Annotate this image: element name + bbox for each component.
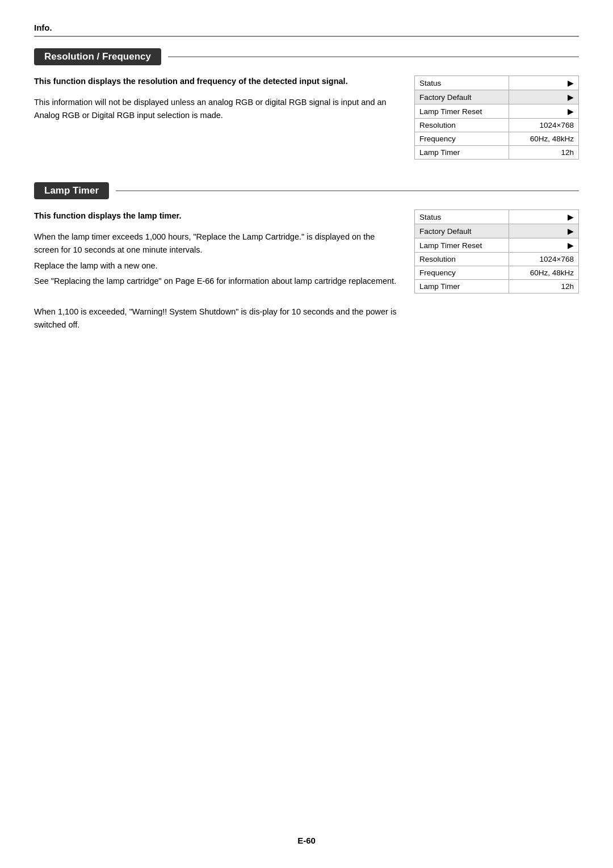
table-row: Lamp Timer Reset▶ bbox=[415, 238, 579, 253]
table-cell-value: ▶ bbox=[509, 224, 579, 238]
table-cell-label: Resolution bbox=[415, 253, 509, 266]
section2-heading-wrapper: Lamp Timer bbox=[34, 182, 579, 199]
table-row: Lamp Timer Reset▶ bbox=[415, 104, 579, 119]
section2-body-line: When the lamp timer exceeds 1,000 hours,… bbox=[34, 230, 397, 257]
table-cell-label: Lamp Timer bbox=[415, 280, 509, 293]
section2-table: Status▶Factory Default▶Lamp Timer Reset▶… bbox=[414, 209, 579, 293]
table-cell-value: ▶ bbox=[509, 238, 579, 253]
table-cell-value: 60Hz, 48kHz bbox=[509, 266, 579, 280]
section1-content: This function displays the resolution an… bbox=[34, 76, 579, 160]
table-cell-label: Frequency bbox=[415, 132, 509, 146]
table-cell-label: Lamp Timer bbox=[415, 146, 509, 160]
table-cell-value: 12h bbox=[509, 280, 579, 293]
table-cell-label: Factory Default bbox=[415, 90, 509, 104]
section2-body-line: Replace the lamp with a new one. bbox=[34, 259, 397, 272]
section1-heading: Resolution / Frequency bbox=[34, 48, 161, 65]
section2-body-line: When 1,100 is exceeded, "Warning!! Syste… bbox=[34, 305, 397, 332]
section1-intro-bold: This function displays the resolution an… bbox=[34, 76, 397, 88]
top-rule bbox=[34, 36, 579, 37]
section2-content: This function displays the lamp timer. W… bbox=[34, 209, 579, 334]
table-row: Status▶ bbox=[415, 210, 579, 224]
table-cell-value: ▶ bbox=[509, 76, 579, 90]
page-container: Info. Resolution / Frequency This functi… bbox=[0, 0, 613, 868]
table-cell-value: 1024×768 bbox=[509, 253, 579, 266]
section1-heading-wrapper: Resolution / Frequency bbox=[34, 48, 579, 65]
table-cell-value: ▶ bbox=[509, 210, 579, 224]
table-cell-label: Factory Default bbox=[415, 224, 509, 238]
section1-text: This function displays the resolution an… bbox=[34, 76, 397, 160]
section2-heading: Lamp Timer bbox=[34, 182, 109, 199]
table-row: Resolution1024×768 bbox=[415, 253, 579, 266]
section1-heading-line bbox=[168, 56, 579, 57]
table-cell-value: 12h bbox=[509, 146, 579, 160]
table-cell-label: Resolution bbox=[415, 119, 509, 132]
table-row: Lamp Timer12h bbox=[415, 146, 579, 160]
section2-body-line: See "Replacing the lamp cartridge" on Pa… bbox=[34, 275, 397, 288]
table-cell-label: Status bbox=[415, 76, 509, 90]
table-cell-label: Lamp Timer Reset bbox=[415, 238, 509, 253]
section2-heading-line bbox=[116, 190, 579, 191]
table-cell-value: ▶ bbox=[509, 90, 579, 104]
section2-text: This function displays the lamp timer. W… bbox=[34, 209, 397, 334]
table-cell-label: Lamp Timer Reset bbox=[415, 104, 509, 119]
table-cell-label: Frequency bbox=[415, 266, 509, 280]
section1-table: Status▶Factory Default▶Lamp Timer Reset▶… bbox=[414, 76, 579, 160]
table-row: Factory Default▶ bbox=[415, 90, 579, 104]
table-cell-value: 1024×768 bbox=[509, 119, 579, 132]
section2-intro-bold: This function displays the lamp timer. bbox=[34, 209, 397, 223]
table-row: Resolution1024×768 bbox=[415, 119, 579, 132]
table-row: Frequency60Hz, 48kHz bbox=[415, 266, 579, 280]
page-number: E-60 bbox=[297, 836, 316, 845]
section2-body-line bbox=[34, 290, 397, 303]
table-cell-label: Status bbox=[415, 210, 509, 224]
info-label: Info. bbox=[34, 23, 579, 32]
page-footer: E-60 bbox=[0, 836, 613, 845]
section1-body: This information will not be displayed u… bbox=[34, 96, 397, 122]
table-row: Factory Default▶ bbox=[415, 224, 579, 238]
section1-table-wrapper: Status▶Factory Default▶Lamp Timer Reset▶… bbox=[414, 76, 579, 160]
section2-table-wrapper: Status▶Factory Default▶Lamp Timer Reset▶… bbox=[414, 209, 579, 334]
section2-body: When the lamp timer exceeds 1,000 hours,… bbox=[34, 230, 397, 332]
table-cell-value: ▶ bbox=[509, 104, 579, 119]
table-row: Lamp Timer12h bbox=[415, 280, 579, 293]
table-row: Frequency60Hz, 48kHz bbox=[415, 132, 579, 146]
table-cell-value: 60Hz, 48kHz bbox=[509, 132, 579, 146]
table-row: Status▶ bbox=[415, 76, 579, 90]
